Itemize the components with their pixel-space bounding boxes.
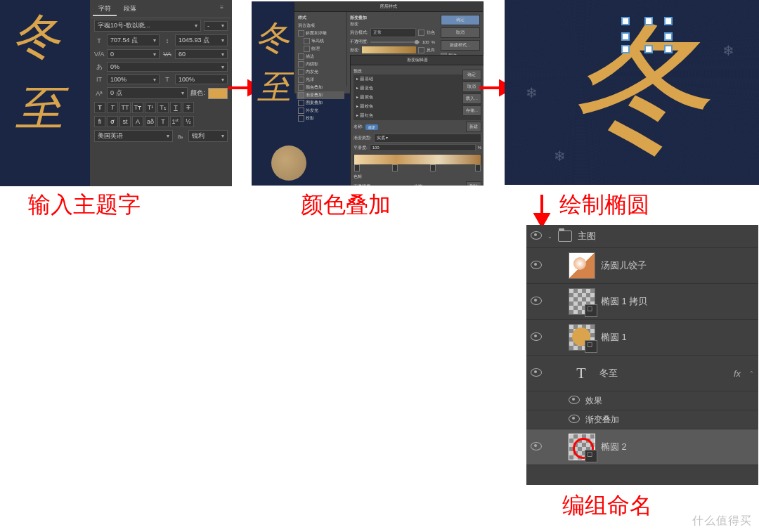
opentype-fraction[interactable]: ½	[183, 116, 194, 127]
smallcaps-button[interactable]: Tᴛ	[132, 102, 143, 113]
layer-name[interactable]: 主图	[578, 230, 754, 242]
delete-stop-button[interactable]: 删除	[466, 181, 481, 186]
visibility-toggle[interactable]	[531, 261, 542, 271]
fx-stroke[interactable]: 描边	[297, 53, 344, 60]
handle[interactable]	[644, 45, 653, 53]
transform-bounding-box[interactable]	[624, 20, 670, 51]
layer-name[interactable]: 椭圆 1	[601, 331, 754, 344]
visibility-toggle[interactable]	[569, 415, 580, 425]
layer-thumbnail[interactable]	[569, 288, 595, 315]
handle[interactable]	[664, 32, 673, 41]
opentype-swash[interactable]: ơ	[107, 116, 118, 127]
cancel-button[interactable]: 取消	[441, 27, 480, 38]
gradient-type-dropdown[interactable]: 实底 ▾	[374, 134, 481, 143]
layer-name[interactable]: 汤圆儿饺子	[601, 259, 754, 272]
layer-effect-item[interactable]: 渐变叠加	[526, 410, 758, 429]
handle[interactable]	[621, 17, 630, 25]
ok-button[interactable]: 确定	[441, 15, 480, 25]
strike-button[interactable]: T	[183, 102, 194, 113]
handle[interactable]	[621, 32, 630, 41]
layer-text-item[interactable]: T 冬至 fx ⌃	[526, 356, 758, 391]
fx-color-overlay[interactable]: 颜色叠加	[297, 84, 344, 91]
layer-thumbnail[interactable]	[569, 252, 595, 279]
font-family-dropdown[interactable]: 字魂10号-歌以晓...▾	[94, 20, 201, 32]
handle[interactable]	[644, 17, 653, 25]
color-stop[interactable]	[475, 164, 481, 171]
layer-name[interactable]: 椭圆 2	[601, 441, 754, 453]
opentype-alt[interactable]: A	[132, 116, 143, 127]
layer-item-selected[interactable]: 椭圆 2	[526, 429, 758, 465]
superscript-button[interactable]: T¹	[145, 102, 156, 113]
tracking-input[interactable]: 60▾	[175, 49, 228, 59]
blend-mode-dropdown[interactable]: 正常	[370, 28, 416, 37]
hscale-input[interactable]: 100%▾	[175, 74, 228, 84]
layer-effects-header[interactable]: 效果	[526, 391, 758, 410]
color-stop[interactable]	[430, 164, 436, 171]
baseline-input[interactable]: 0 点▾	[107, 87, 188, 99]
text-color-swatch[interactable]	[208, 88, 228, 99]
font-style-dropdown[interactable]: -▾	[204, 21, 228, 31]
subscript-button[interactable]: T₁	[157, 102, 169, 113]
fx-satin[interactable]: 光泽	[297, 76, 344, 84]
fx-bevel[interactable]: 斜面和浮雕	[297, 30, 344, 37]
layer-group[interactable]: ⌄ 主图	[526, 225, 758, 248]
gradient-bar[interactable]	[353, 154, 481, 165]
panel-menu-icon[interactable]: ≡	[214, 3, 229, 16]
fx-badge[interactable]: fx	[734, 368, 741, 379]
visibility-toggle[interactable]	[531, 231, 542, 242]
color-stop[interactable]	[392, 164, 398, 171]
tab-paragraph[interactable]: 段落	[118, 3, 142, 16]
fx-outer-glow[interactable]: 外发光	[297, 107, 344, 115]
opentype-title[interactable]: T	[157, 116, 169, 127]
layer-thumbnail[interactable]	[569, 324, 595, 351]
underline-button[interactable]: T	[170, 102, 181, 113]
fx-inner-shadow[interactable]: 内阴影	[297, 60, 344, 68]
opentype-fi[interactable]: fi	[94, 116, 105, 127]
fx-texture[interactable]: 纹理	[297, 45, 344, 53]
bold-button[interactable]: T	[94, 102, 105, 113]
gradient-name[interactable]: 自定	[365, 124, 378, 130]
layer-name[interactable]: 椭圆 1 拷贝	[601, 295, 754, 308]
layer-thumbnail[interactable]	[569, 434, 595, 460]
layer-item[interactable]: 汤圆儿饺子	[526, 248, 758, 284]
new-gradient-button[interactable]: 新建	[466, 122, 481, 132]
expand-icon[interactable]: ⌄	[547, 233, 552, 240]
fx-drop-shadow[interactable]: 投影	[297, 115, 344, 122]
visibility-toggle[interactable]	[531, 368, 542, 379]
fx-gradient-overlay[interactable]: 渐变叠加	[297, 91, 344, 99]
color-stop[interactable]	[354, 164, 360, 171]
italic-button[interactable]: T	[107, 102, 118, 113]
fx-inner-glow[interactable]: 内发光	[297, 68, 344, 76]
visibility-toggle[interactable]	[531, 442, 542, 453]
visibility-toggle[interactable]	[531, 297, 542, 307]
save-button[interactable]: 存储...	[462, 105, 481, 116]
opacity-slider[interactable]	[370, 41, 420, 43]
vscale-input[interactable]: 100%▾	[107, 74, 160, 84]
opentype-ordinal[interactable]: 1ˢᵗ	[170, 116, 181, 127]
fx-blend[interactable]: 混合选项	[297, 22, 344, 30]
visibility-toggle[interactable]	[531, 332, 542, 343]
allcaps-button[interactable]: TT	[119, 102, 131, 113]
tab-character[interactable]: 字符	[93, 3, 117, 16]
layer-item[interactable]: 椭圆 1 拷贝	[526, 284, 758, 320]
handle[interactable]	[621, 45, 630, 53]
smoothness-input[interactable]: 100	[370, 144, 476, 151]
visibility-toggle[interactable]	[569, 396, 580, 406]
layer-item[interactable]: 椭圆 1	[526, 320, 758, 356]
leading-input[interactable]: 1045.93 点▾	[175, 34, 228, 46]
gradient-picker[interactable]	[362, 46, 416, 53]
kerning-input[interactable]: 0▾	[107, 49, 160, 59]
fx-contour[interactable]: 等高线	[297, 37, 344, 45]
new-style-button[interactable]: 新建样式...	[441, 40, 480, 51]
fx-expand-icon[interactable]: ⌃	[749, 370, 754, 377]
tsume-input[interactable]: 0%▾	[107, 62, 228, 72]
handle[interactable]	[664, 45, 673, 53]
language-dropdown[interactable]: 美国英语▾	[94, 130, 173, 142]
fx-pattern-overlay[interactable]: 图案叠加	[297, 99, 344, 107]
layer-name[interactable]: 冬至	[599, 367, 728, 379]
handle[interactable]	[664, 17, 673, 25]
antialias-dropdown[interactable]: 锐利▾	[188, 130, 228, 142]
font-size-input[interactable]: 707.54 点▾	[107, 34, 160, 46]
opentype-st[interactable]: st	[119, 116, 131, 127]
opentype-ad[interactable]: aδ	[145, 116, 156, 127]
